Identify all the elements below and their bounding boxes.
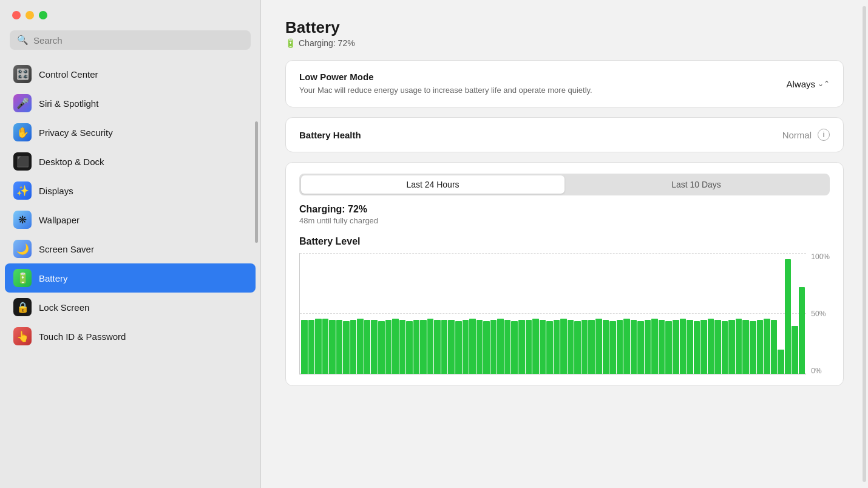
search-input[interactable] (33, 35, 243, 46)
displays-icon: ✨ (13, 181, 32, 200)
sidebar-item-privacy-security[interactable]: ✋Privacy & Security (5, 118, 256, 147)
bar-17 (420, 320, 427, 374)
close-button[interactable] (12, 11, 21, 19)
bar-68 (778, 350, 784, 374)
bar-27 (490, 320, 497, 374)
bar-51 (659, 320, 665, 374)
charging-status-header: Charging: 72% (299, 38, 355, 48)
sidebar-item-desktop-dock[interactable]: ⬛Desktop & Dock (5, 147, 256, 176)
bar-53 (673, 320, 679, 374)
bar-46 (623, 319, 630, 374)
charging-info: Charging: 72% 48m until fully charged (299, 204, 830, 225)
bar-8 (357, 319, 364, 374)
bar-28 (497, 319, 504, 374)
battery-level-title: Battery Level (299, 236, 830, 247)
time-range-segmented-control[interactable]: Last 24 Hours Last 10 Days (299, 174, 830, 195)
bar-21 (448, 320, 455, 374)
bar-63 (742, 320, 749, 374)
battery-charging-icon: 🔋 (285, 38, 296, 48)
bar-57 (700, 320, 707, 374)
siri-spotlight-icon: 🎤 (13, 94, 32, 112)
low-power-mode-desc: Your Mac will reduce energy usage to inc… (299, 85, 592, 96)
bar-10 (371, 320, 378, 374)
desktop-dock-icon: ⬛ (13, 152, 32, 171)
bar-67 (771, 320, 778, 374)
battery-chart: 100% 50% 0% (299, 253, 830, 374)
control-center-icon: 🎛️ (13, 65, 32, 83)
main-scrollbar[interactable] (863, 6, 866, 482)
privacy-security-label: Privacy & Security (39, 127, 113, 138)
sidebar-item-battery[interactable]: 🔋Battery (5, 263, 256, 293)
sidebar-scrollbar[interactable] (255, 73, 259, 488)
sidebar-list: 🎛️Control Center🎤Siri & Spotlight✋Privac… (0, 57, 260, 488)
bar-31 (518, 320, 525, 374)
low-power-mode-card: Low Power Mode Your Mac will reduce ener… (285, 60, 844, 107)
bar-32 (526, 320, 532, 374)
bar-70 (792, 326, 798, 374)
bar-36 (554, 320, 560, 374)
control-center-label: Control Center (39, 69, 98, 80)
sidebar-item-wallpaper[interactable]: ❋Wallpaper (5, 205, 256, 234)
low-power-mode-control[interactable]: Always ⌄⌃ (786, 79, 830, 89)
bar-6 (343, 321, 350, 374)
wallpaper-icon: ❋ (13, 211, 32, 229)
stepper-arrows-icon[interactable]: ⌄⌃ (818, 80, 830, 88)
bar-48 (637, 321, 644, 374)
sidebar-item-lock-screen[interactable]: 🔒Lock Screen (5, 293, 256, 322)
sidebar-item-displays[interactable]: ✨Displays (5, 176, 256, 205)
bar-11 (378, 321, 385, 374)
bar-41 (588, 320, 595, 374)
sidebar-item-touch-id-password[interactable]: 👆Touch ID & Password (5, 322, 256, 351)
info-icon[interactable]: i (818, 129, 830, 141)
bar-64 (750, 321, 756, 374)
battery-health-value-group: Normal i (782, 129, 830, 141)
bar-23 (463, 320, 469, 374)
sidebar-item-siri-spotlight[interactable]: 🎤Siri & Spotlight (5, 89, 256, 118)
bar-45 (617, 320, 623, 374)
chart-area (299, 253, 806, 374)
bar-43 (603, 320, 609, 374)
page-header: Battery 🔋 Charging: 72% (285, 18, 844, 48)
bars-wrapper (300, 253, 806, 374)
bar-33 (532, 319, 539, 374)
bar-61 (728, 320, 735, 374)
bar-59 (714, 320, 721, 374)
bar-62 (736, 319, 742, 374)
bar-37 (560, 319, 567, 374)
battery-health-label: Battery Health (299, 130, 361, 140)
battery-health-row: Battery Health Normal i (299, 129, 830, 141)
bar-44 (609, 321, 616, 374)
bar-15 (406, 321, 413, 374)
bar-0 (301, 320, 308, 374)
touch-id-password-label: Touch ID & Password (39, 331, 126, 342)
screen-saver-icon: 🌙 (13, 240, 32, 258)
bar-39 (574, 321, 581, 374)
minimize-button[interactable] (25, 11, 34, 19)
bar-58 (708, 319, 714, 374)
bar-25 (476, 320, 483, 374)
sidebar-item-control-center[interactable]: 🎛️Control Center (5, 59, 256, 89)
tab-last-10-days[interactable]: Last 10 Days (565, 175, 828, 194)
tab-last-24-hours[interactable]: Last 24 Hours (301, 175, 565, 194)
search-bar[interactable]: 🔍 (10, 30, 251, 50)
bar-7 (350, 320, 357, 374)
privacy-security-icon: ✋ (13, 123, 32, 141)
search-icon: 🔍 (17, 35, 29, 46)
lock-screen-icon: 🔒 (13, 298, 32, 316)
y-label-50: 50% (811, 310, 830, 317)
maximize-button[interactable] (39, 11, 47, 19)
battery-label: Battery (39, 273, 68, 283)
main-content: Battery 🔋 Charging: 72% Low Power Mode Y… (261, 0, 868, 488)
bar-50 (651, 319, 658, 374)
charging-time: 48m until fully charged (299, 216, 830, 225)
bar-14 (399, 320, 406, 374)
bar-3 (322, 319, 329, 374)
bar-54 (680, 319, 687, 374)
bar-49 (645, 320, 651, 374)
bar-40 (581, 320, 588, 374)
bar-55 (687, 320, 693, 374)
y-label-0: 0% (811, 367, 830, 374)
bar-9 (364, 320, 371, 374)
bar-13 (392, 319, 399, 374)
sidebar-item-screen-saver[interactable]: 🌙Screen Saver (5, 234, 256, 263)
